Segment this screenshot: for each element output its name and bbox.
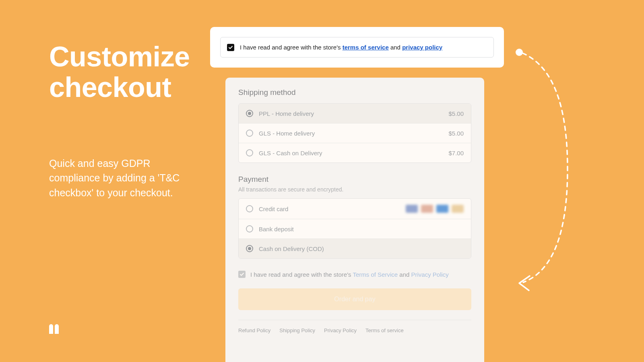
checkout-preview-card: Shipping method PPL - Home delivery $5.0… <box>225 78 484 362</box>
payment-option-bank-deposit[interactable]: Bank deposit <box>239 219 471 239</box>
payment-options: Credit card Bank deposit Cash on Deliver… <box>238 198 471 259</box>
privacy-policy-link[interactable]: privacy policy <box>402 44 442 51</box>
radio-icon <box>246 130 253 137</box>
checkout-tos-link[interactable]: Terms of Service <box>353 271 398 278</box>
shipping-option-label: PPL - Home delivery <box>259 110 443 117</box>
order-and-pay-button[interactable]: Order and pay <box>238 288 471 310</box>
checkout-consent-text: I have read and agree with the store's T… <box>250 271 449 278</box>
stage: Customize checkout Quick and easy GDPR c… <box>0 0 644 362</box>
shipping-title: Shipping method <box>238 88 471 97</box>
payment-option-cod[interactable]: Cash on Delivery (COD) <box>239 239 471 258</box>
radio-icon <box>246 225 253 232</box>
discover-icon <box>452 205 464 213</box>
shipping-option-gls-cod[interactable]: GLS - Cash on Delivery $7.00 <box>239 143 471 162</box>
radio-icon <box>246 149 253 156</box>
consent-preview-card: I have read and agree with the store's t… <box>210 27 504 68</box>
terms-of-service-link[interactable]: terms of service <box>343 44 389 51</box>
consent-prefix: I have read and agree with the store's <box>240 44 343 51</box>
radio-icon <box>246 110 253 117</box>
hero-title: Customize checkout <box>49 42 190 103</box>
payment-option-label: Bank deposit <box>259 226 464 232</box>
consent-checkbox[interactable] <box>227 44 234 51</box>
radio-icon <box>246 245 253 252</box>
shipping-option-gls-home[interactable]: GLS - Home delivery $5.00 <box>239 123 471 143</box>
checkout-consent-checkbox[interactable] <box>238 271 246 278</box>
consent-text: I have read and agree with the store's t… <box>240 44 442 51</box>
card-brand-icons <box>406 205 464 213</box>
payment-option-label: Cash on Delivery (COD) <box>259 245 464 252</box>
hero-title-line2: checkout <box>49 72 171 103</box>
brand-logo-icon <box>49 322 61 334</box>
radio-icon <box>246 205 253 212</box>
amex-icon <box>436 205 448 213</box>
footer-link-privacy[interactable]: Privacy Policy <box>324 327 357 333</box>
shipping-option-price: $5.00 <box>448 130 464 137</box>
mastercard-icon <box>421 205 433 213</box>
consent-middle: and <box>389 44 402 51</box>
hero-subtitle: Quick and easy GDPR compliance by adding… <box>49 156 182 200</box>
footer-link-refund[interactable]: Refund Policy <box>238 327 270 333</box>
checkout-consent-prefix: I have read and agree with the store's <box>250 271 353 278</box>
visa-icon <box>406 205 418 213</box>
footer-link-shipping[interactable]: Shipping Policy <box>279 327 315 333</box>
payment-option-credit-card[interactable]: Credit card <box>239 199 471 219</box>
shipping-options: PPL - Home delivery $5.00 GLS - Home del… <box>238 103 471 163</box>
footer-link-terms[interactable]: Terms of service <box>365 327 404 333</box>
checkout-consent-middle: and <box>398 271 411 278</box>
shipping-option-label: GLS - Cash on Delivery <box>259 150 443 156</box>
shipping-option-price: $5.00 <box>448 110 464 117</box>
svg-point-0 <box>516 49 523 56</box>
checkout-privacy-link[interactable]: Privacy Policy <box>411 271 449 278</box>
payment-subtitle: All transactions are secure and encrypte… <box>238 186 471 193</box>
checkout-consent-row[interactable]: I have read and agree with the store's T… <box>238 271 471 278</box>
hero-title-line1: Customize <box>49 41 190 72</box>
shipping-option-ppl[interactable]: PPL - Home delivery $5.00 <box>239 104 471 123</box>
payment-option-label: Credit card <box>259 206 400 212</box>
payment-title: Payment <box>238 175 471 184</box>
shipping-option-label: GLS - Home delivery <box>259 130 443 137</box>
shipping-option-price: $7.00 <box>448 150 464 156</box>
checkout-footer-links: Refund Policy Shipping Policy Privacy Po… <box>238 320 471 333</box>
pointer-arrow-icon <box>511 48 576 298</box>
cta-label: Order and pay <box>334 296 375 303</box>
consent-box[interactable]: I have read and agree with the store's t… <box>220 37 494 58</box>
